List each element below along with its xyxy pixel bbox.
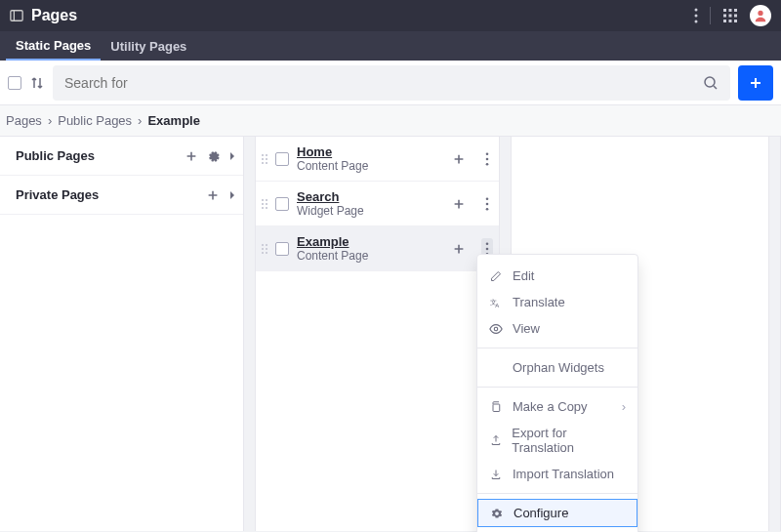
page-title[interactable]: Example: [297, 234, 368, 249]
export-icon: [489, 434, 502, 446]
menu-item-label: Edit: [513, 268, 534, 283]
gear-icon[interactable]: [208, 150, 220, 162]
menu-separator: [477, 493, 637, 494]
page-text: Example Content Page: [297, 234, 368, 263]
menu-item-configure[interactable]: Configure: [477, 499, 637, 527]
search-bar[interactable]: [53, 65, 730, 101]
select-all-checkbox[interactable]: [8, 76, 21, 90]
svg-point-18: [486, 162, 489, 165]
page-title[interactable]: Search: [297, 189, 364, 204]
menu-item-orphan-widgets[interactable]: Orphan Widgets: [477, 354, 637, 381]
svg-rect-10: [734, 15, 737, 18]
svg-point-20: [486, 202, 489, 205]
tab-static-pages[interactable]: Static Pages: [6, 31, 101, 61]
page-subtitle: Content Page: [297, 249, 368, 263]
svg-text:A: A: [495, 302, 499, 307]
topbar: Pages: [0, 0, 781, 31]
svg-point-27: [494, 327, 498, 331]
svg-point-14: [758, 11, 762, 16]
tab-utility-pages[interactable]: Utility Pages: [101, 31, 196, 61]
row-checkbox[interactable]: [275, 242, 289, 256]
page-subtitle: Widget Page: [297, 204, 364, 218]
menu-separator: [477, 348, 637, 348]
eye-icon: [489, 323, 503, 335]
svg-point-19: [486, 197, 489, 200]
menu-item-label: Orphan Widgets: [513, 360, 604, 375]
svg-point-3: [695, 15, 698, 18]
menu-item-import-translation[interactable]: Import Translation: [477, 461, 637, 487]
column-1: Public Pages Private Pages: [0, 137, 256, 531]
sidebar-section-private[interactable]: Private Pages: [0, 176, 255, 215]
svg-point-16: [486, 152, 489, 155]
column-2: Home Content Page Search Widget Page Exa…: [256, 137, 512, 531]
add-child-button[interactable]: [448, 193, 470, 215]
drag-handle-icon[interactable]: [262, 199, 267, 209]
page-title[interactable]: Home: [297, 144, 368, 159]
sidebar-item-label: Public Pages: [16, 148, 185, 163]
chevron-right-icon[interactable]: [229, 151, 235, 161]
svg-rect-12: [729, 20, 732, 22]
menu-item-permissions[interactable]: Permissions: [477, 526, 637, 532]
breadcrumb-item[interactable]: Public Pages: [58, 113, 132, 128]
add-child-button[interactable]: [448, 148, 470, 170]
context-menu: Edit文ATranslateViewOrphan WidgetsMake a …: [476, 254, 638, 532]
add-button[interactable]: [738, 65, 773, 101]
plus-icon[interactable]: [185, 149, 198, 163]
menu-item-label: Make a Copy: [513, 399, 588, 414]
kebab-icon[interactable]: [694, 8, 698, 23]
scrollbar[interactable]: [768, 137, 780, 531]
menu-item-label: Import Translation: [513, 467, 614, 481]
toolbar: [0, 61, 781, 105]
svg-rect-13: [734, 20, 737, 22]
menu-item-export-for-translation[interactable]: Export for Translation: [477, 420, 637, 461]
import-icon: [489, 469, 503, 480]
search-icon[interactable]: [703, 75, 719, 91]
kebab-icon[interactable]: [481, 148, 493, 170]
avatar[interactable]: [750, 5, 771, 26]
scrollbar[interactable]: [243, 137, 255, 531]
plus-icon[interactable]: [206, 188, 220, 202]
svg-rect-9: [729, 15, 732, 18]
chevron-right-icon[interactable]: [229, 190, 235, 200]
sort-icon[interactable]: [29, 75, 45, 91]
row-checkbox[interactable]: [275, 197, 289, 211]
chevron-right-icon: ›: [622, 399, 626, 414]
menu-item-label: Export for Translation: [512, 426, 626, 455]
menu-item-label: Configure: [514, 506, 568, 520]
divider: [710, 7, 711, 24]
chevron-right-icon: ›: [48, 113, 52, 128]
breadcrumb-item[interactable]: Pages: [6, 113, 42, 128]
tabs: Static Pages Utility Pages: [0, 31, 781, 61]
svg-point-4: [695, 20, 698, 23]
drag-handle-icon[interactable]: [262, 244, 267, 254]
menu-item-translate[interactable]: 文ATranslate: [477, 289, 637, 315]
svg-point-22: [486, 242, 489, 245]
kebab-icon[interactable]: [481, 193, 493, 215]
drag-handle-icon[interactable]: [262, 154, 267, 164]
page-row[interactable]: Search Widget Page: [256, 182, 511, 226]
svg-rect-7: [734, 9, 737, 12]
miller-columns: Public Pages Private Pages Home Content …: [0, 137, 781, 531]
page-row[interactable]: Home Content Page: [256, 137, 511, 182]
search-input[interactable]: [64, 75, 703, 91]
svg-rect-6: [729, 9, 732, 12]
page-title: Pages: [31, 7, 694, 24]
svg-point-15: [705, 77, 715, 87]
menu-item-edit[interactable]: Edit: [477, 263, 637, 289]
breadcrumb-current: Example: [147, 113, 199, 128]
svg-rect-5: [723, 9, 726, 12]
svg-rect-0: [11, 11, 22, 21]
menu-separator: [477, 387, 637, 388]
panel-icon[interactable]: [10, 9, 23, 22]
add-child-button[interactable]: [448, 238, 470, 260]
translate-icon: 文A: [489, 297, 503, 308]
svg-point-17: [486, 157, 489, 160]
row-checkbox[interactable]: [275, 152, 289, 166]
page-row[interactable]: Example Content Page: [256, 226, 511, 271]
menu-item-view[interactable]: View: [477, 315, 637, 342]
menu-item-label: Translate: [513, 295, 565, 309]
sidebar-section-public[interactable]: Public Pages: [0, 137, 255, 176]
apps-grid-icon[interactable]: [722, 8, 738, 23]
menu-item-make-a-copy[interactable]: Make a Copy›: [477, 393, 637, 420]
svg-point-23: [486, 247, 489, 250]
